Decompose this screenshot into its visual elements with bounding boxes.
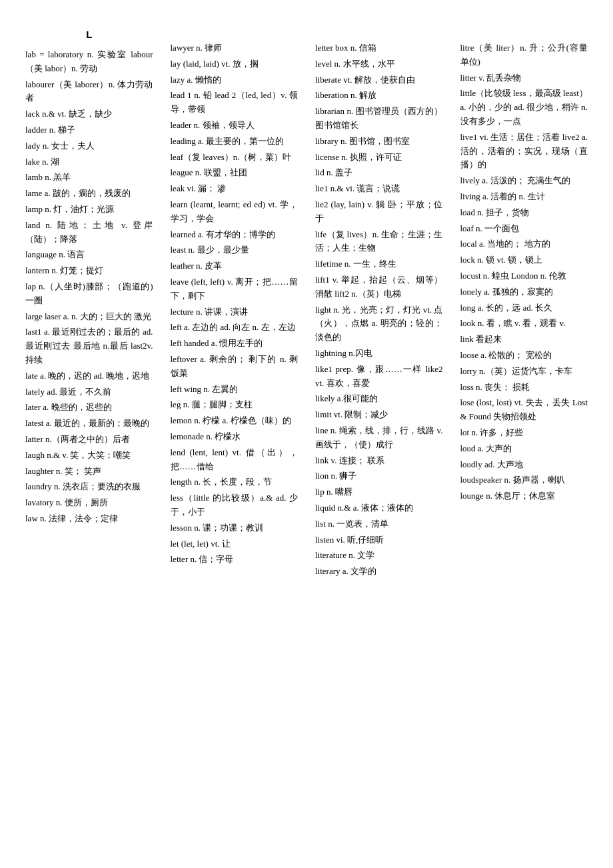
list-item: line n. 绳索，线，排，行，线路 v. 画线于，（使）成行 <box>315 424 443 452</box>
list-item: lion n. 狮子 <box>315 469 443 483</box>
list-item: language n. 语言 <box>25 248 153 262</box>
list-item: leader n. 领袖，领导人 <box>171 119 299 133</box>
list-item: lid n. 盖子 <box>315 166 443 180</box>
list-item: lack n.& vt. 缺乏，缺少 <box>25 107 153 121</box>
list-item: link 看起来 <box>460 333 588 347</box>
list-item: lend (lent, lent) vt. 借（出），把……借给 <box>171 446 299 474</box>
list-item: loose a. 松散的； 宽松的 <box>460 349 588 363</box>
list-item: litter v. 乱丢杂物 <box>460 71 588 85</box>
list-item: lay (laid, laid) vt. 放，搁 <box>171 57 299 71</box>
list-item: lonely a. 孤独的，寂寞的 <box>460 285 588 299</box>
list-item: late a. 晚的，迟的 ad. 晚地，迟地 <box>25 369 153 383</box>
list-item: lap n.（人坐时)膝部；（跑道的)一圈 <box>25 280 153 308</box>
list-item: lab = laboratory n. 实验室 labour（美 labor）n… <box>25 48 153 76</box>
list-item: lake n. 湖 <box>25 155 153 169</box>
list-item: less（little 的比较级）a.& ad. 少于，小于 <box>171 491 299 519</box>
list-item: like1 prep. 像，跟……一样 like2 vt. 喜欢，喜爱 <box>315 363 443 391</box>
list-item: laundry n. 洗衣店；要洗的衣服 <box>25 480 153 494</box>
list-item: live1 vi. 生活；居住；活着 live2 a. 活的，活着的；实况，现场… <box>460 131 588 172</box>
list-item: lift1 v. 举起，抬起（云、烟等）消散 lift2 n.（英）电梯 <box>315 273 443 301</box>
list-item: lose (lost, lost) vt. 失去，丢失 Lost & Found… <box>460 396 588 424</box>
list-item: leak vi. 漏； 渗 <box>171 182 299 196</box>
list-item: literature n. 文学 <box>315 549 443 563</box>
column-3: litre（美 liter）n. 升；公升(容量单位)litter v. 乱丢杂… <box>455 27 594 581</box>
list-item: lemonade n. 柠檬水 <box>171 430 299 444</box>
list-item: lead 1 n. 铅 lead 2（led, led）v. 领导，带领 <box>171 89 299 117</box>
list-item: laugh n.& v. 笑，大笑；嘲笑 <box>25 449 153 463</box>
list-item: left wing n. 左翼的 <box>171 383 299 397</box>
column-2: letter box n. 信箱level n. 水平线，水平liberate … <box>310 27 448 581</box>
list-item: listen vi. 听,仔细听 <box>315 533 443 547</box>
list-item: laughter n. 笑； 笑声 <box>25 465 153 479</box>
list-item: learned a. 有才华的；博学的 <box>171 228 299 242</box>
list-item: loss n. 丧失； 损耗 <box>460 381 588 395</box>
list-item: law n. 法律，法令；定律 <box>25 512 153 526</box>
list-item: league n. 联盟，社团 <box>171 166 299 180</box>
list-item: ladder n. 梯子 <box>25 123 153 137</box>
list-item: lightning n.闪电 <box>315 347 443 361</box>
list-item: leather n. 皮革 <box>171 259 299 273</box>
list-item: leave (left, left) v. 离开；把……留下，剩下 <box>171 275 299 303</box>
list-item: light n. 光，光亮；灯，灯光 vt. 点（火），点燃 a. 明亮的；轻的… <box>315 303 443 345</box>
list-item: lie1 n.& vi. 谎言；说谎 <box>315 182 443 196</box>
list-item: librarian n. 图书管理员（西方的）图书馆馆长 <box>315 105 443 133</box>
list-item: liberate vt. 解放，使获自由 <box>315 73 443 87</box>
list-item: lavatory n. 便所，厕所 <box>25 496 153 510</box>
list-item: link v. 连接； 联系 <box>315 454 443 468</box>
list-item: leftover a. 剩余的； 剩下的 n. 剩饭菜 <box>171 353 299 381</box>
list-item: life（复 lives）n. 生命；生涯；生活；人生；生物 <box>315 228 443 256</box>
main-content: Llab = laboratory n. 实验室 labour（美 labor）… <box>20 27 593 581</box>
list-item: lifetime n. 一生，终生 <box>315 257 443 271</box>
list-item: look n. 看，瞧 v. 看，观看 v. <box>460 317 588 331</box>
list-item: lady n. 女士，夫人 <box>25 139 153 153</box>
list-item: latter n.（两者之中的）后者 <box>25 433 153 447</box>
list-item: load n. 担子，货物 <box>460 206 588 220</box>
list-item: litre（美 liter）n. 升；公升(容量单位) <box>460 41 588 69</box>
list-item: level n. 水平线，水平 <box>315 57 443 71</box>
list-item: list n. 一览表，清单 <box>315 517 443 531</box>
list-item: little（比较级 less，最高级 least）a. 小的，少的 ad. 很… <box>460 87 588 128</box>
column-0: Llab = laboratory n. 实验室 labour（美 labor）… <box>20 27 159 581</box>
list-item: living a. 活着的 n. 生计 <box>460 190 588 204</box>
list-item: limit vt. 限制；减少 <box>315 408 443 422</box>
list-item: lemon n. 柠檬 a. 柠檬色（味）的 <box>171 414 299 428</box>
list-item: loaf n. 一个面包 <box>460 222 588 236</box>
list-item: leading a. 最主要的，第一位的 <box>171 135 299 149</box>
list-item: lie2 (lay, lain) v. 躺 卧；平放；位于 <box>315 198 443 226</box>
list-item: liberation n. 解放 <box>315 89 443 103</box>
list-item: locust n. 蝗虫 London n. 伦敦 <box>460 269 588 283</box>
list-item: license n. 执照，许可证 <box>315 151 443 165</box>
list-item: leg n. 腿；腿脚；支柱 <box>171 398 299 412</box>
list-item: land n. 陆地；土地 v. 登岸（陆）；降落 <box>25 219 153 247</box>
list-item: lot n. 许多，好些 <box>460 426 588 440</box>
list-item: lounge n. 休息厅；休息室 <box>460 489 588 503</box>
list-item: loud a. 大声的 <box>460 442 588 456</box>
list-item: lame a. 跛的，瘸的，残废的 <box>25 187 153 201</box>
list-item: left a. 左边的 ad. 向左 n. 左，左边 <box>171 321 299 335</box>
list-item: lawyer n. 律师 <box>171 41 299 55</box>
list-item: latest a. 最近的，最新的；最晚的 <box>25 417 153 431</box>
list-item: length n. 长，长度，段，节 <box>171 475 299 489</box>
list-item: lorry n.（英）运货汽车，卡车 <box>460 365 588 379</box>
list-item: liquid n.& a. 液体；液体的 <box>315 501 443 515</box>
list-item: left handed a. 惯用左手的 <box>171 337 299 351</box>
list-item: large laser a. n. 大的；巨大的 激光 <box>25 310 153 324</box>
list-item: long a. 长的，远 ad. 长久 <box>460 301 588 315</box>
list-item: least n. 最少，最少量 <box>171 243 299 257</box>
list-item: let (let, let) vt. 让 <box>171 537 299 551</box>
list-item: labourer（美 laborer）n. 体力劳动者 <box>25 78 153 106</box>
list-item: lively a. 活泼的； 充满生气的 <box>460 174 588 188</box>
list-item: likely a.很可能的 <box>315 392 443 406</box>
list-item: lamb n. 羔羊 <box>25 171 153 185</box>
list-item: lamp n. 灯，油灯；光源 <box>25 203 153 217</box>
column-header: L <box>25 27 153 43</box>
list-item: lantern n. 灯笼；提灯 <box>25 264 153 278</box>
list-item: lately ad. 最近，不久前 <box>25 385 153 399</box>
list-item: lecture n. 讲课，演讲 <box>171 305 299 319</box>
list-item: later a. 晚些的，迟些的 <box>25 401 153 415</box>
list-item: literary a. 文学的 <box>315 565 443 579</box>
list-item: letter box n. 信箱 <box>315 41 443 55</box>
list-item: lip n. 嘴唇 <box>315 485 443 499</box>
list-item: library n. 图书馆，图书室 <box>315 135 443 149</box>
list-item: lesson n. 课；功课；教训 <box>171 521 299 535</box>
